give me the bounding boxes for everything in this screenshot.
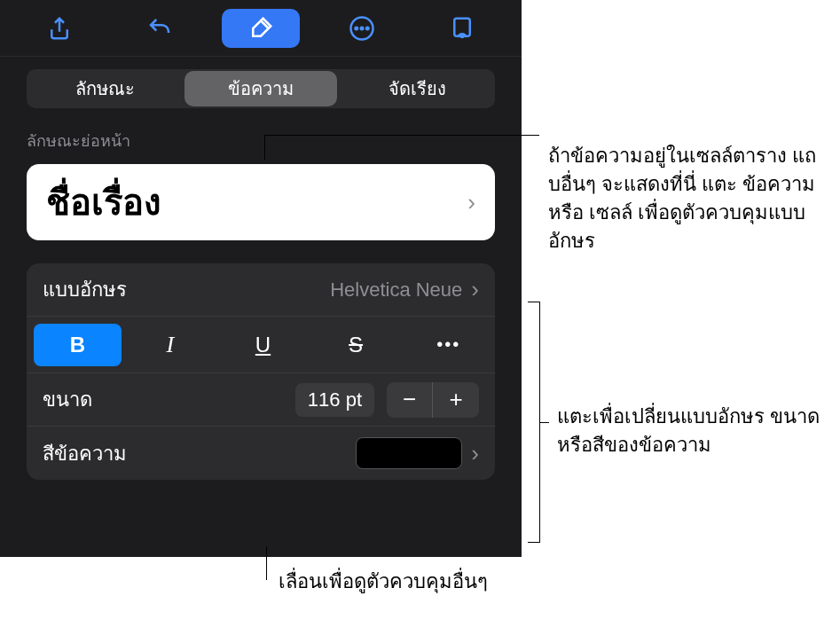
paragraph-styles-label: ลักษณะย่อหน้า bbox=[0, 117, 522, 159]
callout-tabs-note: ถ้าข้อความอยู่ในเซลล์ตาราง แถบอื่นๆ จะแส… bbox=[548, 142, 832, 255]
share-icon bbox=[46, 15, 73, 42]
font-label: แบบอักษร bbox=[43, 274, 330, 305]
chevron-right-icon: › bbox=[471, 440, 479, 467]
size-decrease-button[interactable]: − bbox=[387, 382, 433, 418]
font-value: Helvetica Neue bbox=[330, 278, 462, 302]
tab-arrange[interactable]: จัดเรียง bbox=[341, 71, 493, 106]
tab-style[interactable]: ลักษณะ bbox=[28, 71, 181, 106]
paragraph-style-row[interactable]: ชื่อเรื่อง › bbox=[27, 164, 495, 240]
callout-line bbox=[266, 546, 267, 580]
size-increase-button[interactable]: + bbox=[433, 382, 479, 418]
view-options-button[interactable] bbox=[423, 9, 501, 48]
size-label: ขนาด bbox=[43, 384, 295, 415]
svg-point-5 bbox=[461, 35, 464, 37]
underline-button[interactable]: U bbox=[219, 324, 307, 366]
svg-point-2 bbox=[360, 27, 363, 29]
bold-button[interactable]: B bbox=[34, 324, 122, 366]
top-toolbar bbox=[0, 0, 522, 57]
doc-eye-icon bbox=[449, 15, 475, 42]
size-stepper: − + bbox=[387, 382, 479, 418]
undo-icon bbox=[146, 15, 173, 42]
callout-font-note: แตะเพื่อเปลี่ยนแบบอักษร ขนาด หรือสีของข้… bbox=[557, 403, 832, 459]
brush-icon bbox=[247, 15, 274, 42]
callout-line bbox=[264, 135, 265, 160]
format-button[interactable] bbox=[222, 9, 300, 48]
segmented-control-wrap: ลักษณะ ข้อความ จัดเรียง bbox=[0, 57, 522, 117]
callout-line bbox=[540, 422, 549, 423]
strikethrough-button[interactable]: S bbox=[312, 324, 400, 366]
chevron-right-icon: › bbox=[471, 276, 479, 303]
text-style-buttons: B I U S ••• bbox=[27, 317, 495, 373]
chevron-right-icon: › bbox=[467, 189, 475, 216]
ellipsis-circle-icon bbox=[349, 15, 375, 42]
text-color-label: สีข้อความ bbox=[43, 438, 356, 469]
size-row: ขนาด 116 pt − + bbox=[27, 373, 495, 427]
callout-bracket bbox=[528, 302, 540, 543]
text-color-row[interactable]: สีข้อความ › bbox=[27, 427, 495, 480]
callout-scroll-note: เลื่อนเพื่อดูตัวควบคุมอื่นๆ bbox=[279, 568, 633, 596]
format-panel: ลักษณะ ข้อความ จัดเรียง ลักษณะย่อหน้า ชื… bbox=[0, 0, 522, 557]
text-color-swatch bbox=[356, 437, 462, 469]
share-button[interactable] bbox=[20, 9, 98, 48]
callout-line bbox=[264, 135, 539, 136]
tab-text[interactable]: ข้อความ bbox=[184, 71, 337, 106]
undo-button[interactable] bbox=[121, 9, 199, 48]
more-button[interactable] bbox=[323, 9, 401, 48]
font-group: แบบอักษร Helvetica Neue › B I U S ••• ขน… bbox=[27, 263, 495, 480]
segmented-control: ลักษณะ ข้อความ จัดเรียง bbox=[27, 69, 495, 108]
font-row[interactable]: แบบอักษร Helvetica Neue › bbox=[27, 263, 495, 317]
svg-point-1 bbox=[355, 27, 357, 29]
italic-button[interactable]: I bbox=[127, 324, 215, 366]
svg-point-3 bbox=[366, 27, 369, 29]
size-value[interactable]: 116 pt bbox=[295, 383, 374, 417]
more-styles-button[interactable]: ••• bbox=[404, 324, 492, 366]
paragraph-style-name: ชื่อเรื่อง bbox=[46, 174, 161, 231]
